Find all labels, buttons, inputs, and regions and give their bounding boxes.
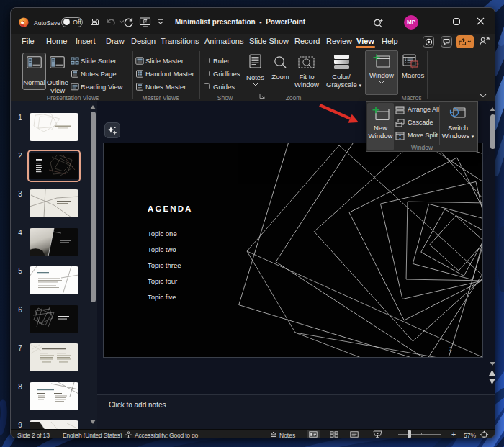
svg-text:2: 2 bbox=[449, 346, 452, 351]
